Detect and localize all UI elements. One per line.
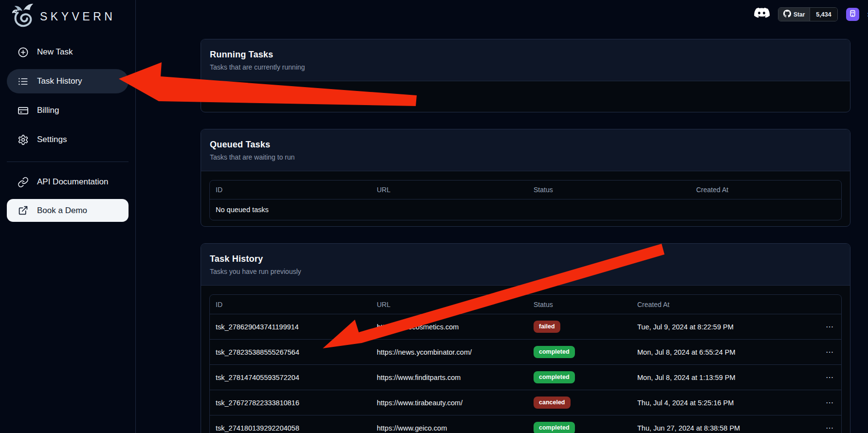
column-header-id: ID — [210, 295, 371, 314]
task-id: tsk_274180139292204058 — [210, 415, 371, 433]
column-header-actions — [820, 295, 841, 314]
task-url: https://www.geico.com — [371, 415, 528, 433]
sidebar-item-label: Settings — [37, 135, 67, 144]
task-created-at: Mon, Jul 8, 2024 at 1:13:59 PM — [631, 365, 820, 390]
sidebar-item-label: Task History — [37, 76, 82, 86]
table-row[interactable]: tsk_278147405593572204 https://www.findi… — [210, 365, 841, 390]
row-actions-button[interactable]: ⋯ — [826, 399, 834, 407]
profile-avatar[interactable] — [846, 8, 859, 21]
task-history-body: ID URL Status Created At tsk_27862904374… — [201, 286, 850, 433]
github-star-widget[interactable]: Star 5,434 — [778, 7, 838, 21]
queued-tasks-card: Queued Tasks Tasks that are waiting to r… — [201, 129, 850, 227]
row-actions-button[interactable]: ⋯ — [826, 348, 834, 356]
column-header-status: Status — [528, 180, 690, 199]
skyvern-dragon-icon — [11, 2, 35, 31]
table-row[interactable]: tsk_278235388555267564 https://news.ycom… — [210, 340, 841, 365]
card-subtitle: Tasks you have run previously — [210, 268, 841, 275]
task-url: https://news.ycombinator.com/ — [371, 340, 528, 364]
column-header-url: URL — [371, 180, 528, 199]
task-history-rows: tsk_278629043741199914 https://tartecosm… — [210, 314, 841, 433]
sidebar-item-billing[interactable]: Billing — [7, 98, 129, 123]
table-row[interactable]: tsk_274180139292204058 https://www.geico… — [210, 415, 841, 433]
sidebar-item-new-task[interactable]: New Task — [7, 40, 129, 64]
table-header-row: ID URL Status Created At — [210, 180, 841, 199]
table-row[interactable]: tsk_278629043741199914 https://tartecosm… — [210, 314, 841, 340]
sidebar-item-task-history[interactable]: Task History — [7, 69, 129, 93]
task-actions-cell: ⋯ — [820, 365, 842, 390]
sidebar-item-label: New Task — [37, 47, 73, 57]
task-history-header: Task History Tasks you have run previous… — [201, 244, 850, 286]
table-header-row: ID URL Status Created At — [210, 295, 841, 314]
task-status-cell: completed — [528, 415, 631, 433]
task-status-cell: completed — [528, 365, 631, 390]
card-subtitle: Tasks that are waiting to run — [210, 153, 841, 161]
app-root: SKYVERN New Task Task History Billing — [0, 0, 868, 433]
task-id: tsk_278147405593572204 — [210, 365, 371, 390]
row-actions-button[interactable]: ⋯ — [826, 323, 834, 331]
task-created-at: Mon, Jul 8, 2024 at 6:55:24 PM — [631, 340, 820, 364]
credit-card-icon — [17, 105, 29, 116]
status-badge: completed — [534, 371, 575, 384]
task-url: https://tartecosmetics.com — [371, 314, 528, 339]
brand-name: SKYVERN — [40, 10, 115, 23]
card-title: Task History — [210, 254, 841, 264]
queued-tasks-empty-state: No queued tasks — [210, 199, 841, 220]
task-id: tsk_278629043741199914 — [210, 314, 371, 339]
status-badge: failed — [534, 321, 560, 333]
task-actions-cell: ⋯ — [820, 314, 842, 339]
card-title: Queued Tasks — [210, 140, 841, 150]
row-actions-button[interactable]: ⋯ — [826, 374, 834, 381]
task-status-cell: failed — [528, 314, 631, 339]
task-url: https://www.finditparts.com — [371, 365, 528, 390]
status-badge: completed — [534, 346, 575, 359]
running-tasks-header: Running Tasks Tasks that are currently r… — [201, 39, 850, 81]
github-icon — [783, 10, 791, 19]
column-header-created-at: Created At — [631, 295, 820, 314]
task-status-cell: canceled — [528, 390, 631, 415]
task-history-card: Task History Tasks you have run previous… — [201, 243, 850, 433]
column-header-url: URL — [371, 295, 528, 314]
queued-tasks-table: ID URL Status Created At No queued tasks — [209, 180, 842, 220]
topbar: Star 5,434 Sk — [754, 7, 868, 21]
card-subtitle: Tasks that are currently running — [210, 63, 841, 71]
task-actions-cell: ⋯ — [820, 340, 842, 364]
sidebar-divider — [7, 162, 129, 162]
task-id: tsk_278235388555267564 — [210, 340, 371, 364]
task-created-at: Thu, Jul 4, 2024 at 5:25:16 PM — [631, 390, 820, 415]
organization-icon — [849, 10, 856, 19]
discord-icon — [754, 7, 770, 21]
github-star-count[interactable]: 5,434 — [810, 8, 837, 21]
book-a-demo-button[interactable]: Book a Demo — [7, 199, 129, 222]
plus-circle-icon — [17, 46, 29, 58]
task-created-at: Thu, Jun 27, 2024 at 8:38:58 PM — [631, 415, 820, 433]
task-id: tsk_276727822333810816 — [210, 390, 371, 415]
external-link-icon — [17, 205, 29, 216]
sidebar: SKYVERN New Task Task History Billing — [0, 0, 136, 433]
link-icon — [17, 176, 29, 188]
sidebar-item-label: API Documentation — [37, 177, 108, 187]
sidebar-item-label: Billing — [37, 106, 59, 115]
table-row[interactable]: tsk_276727822333810816 https://www.tirab… — [210, 390, 841, 415]
task-url: https://www.tirabeauty.com/ — [371, 390, 528, 415]
queued-tasks-body: ID URL Status Created At No queued tasks — [201, 171, 850, 226]
github-star-button[interactable]: Star — [778, 8, 810, 21]
running-tasks-empty-state: No running tasks — [201, 81, 850, 112]
running-tasks-card: Running Tasks Tasks that are currently r… — [201, 39, 850, 112]
column-header-status: Status — [528, 295, 631, 314]
sidebar-item-api-documentation[interactable]: API Documentation — [7, 170, 129, 194]
gear-icon — [17, 134, 29, 145]
list-icon — [17, 75, 29, 87]
task-actions-cell: ⋯ — [820, 390, 842, 415]
sidebar-item-label: Book a Demo — [37, 206, 87, 216]
queued-tasks-empty-row: No queued tasks — [210, 199, 841, 220]
card-title: Running Tasks — [210, 50, 841, 60]
main-content: Running Tasks Tasks that are currently r… — [201, 39, 850, 433]
sidebar-nav: New Task Task History Billing Settings — [7, 40, 129, 227]
row-actions-button[interactable]: ⋯ — [826, 424, 834, 432]
status-badge: completed — [534, 422, 575, 433]
status-badge: canceled — [534, 397, 571, 409]
discord-button[interactable] — [754, 7, 770, 21]
sidebar-item-settings[interactable]: Settings — [7, 127, 129, 152]
github-star-label: Star — [794, 11, 805, 18]
brand-logo[interactable]: SKYVERN — [7, 0, 129, 31]
